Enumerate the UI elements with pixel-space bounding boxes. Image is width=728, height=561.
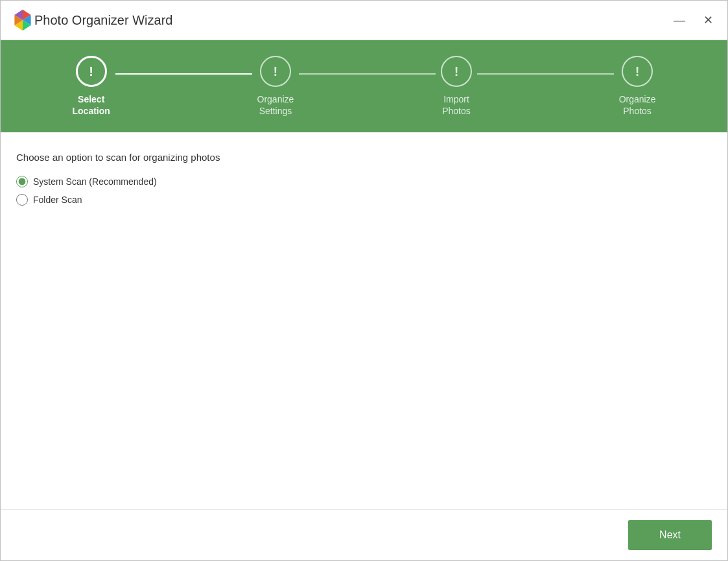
connector-3-4 — [477, 73, 614, 75]
next-button[interactable]: Next — [628, 520, 712, 550]
step-circle-4: ! — [622, 56, 653, 87]
close-button[interactable]: ✕ — [699, 13, 717, 27]
window-controls: — ✕ — [670, 13, 717, 27]
app-logo — [11, 8, 34, 32]
folder-scan-label: Folder Scan — [33, 195, 82, 205]
content-heading: Choose an option to scan for organizing … — [16, 152, 712, 163]
wizard-steps-bar: ! Select Location ! Organize Settings ! — [1, 40, 727, 132]
footer: Next — [1, 509, 727, 560]
window-title: Photo Organizer Wizard — [34, 13, 670, 28]
scan-options: System Scan (Recommended) Folder Scan — [16, 176, 712, 206]
step-circle-1: ! — [76, 56, 107, 87]
step-label-3: Import Photos — [442, 93, 471, 117]
title-bar: Photo Organizer Wizard — ✕ — [1, 1, 727, 40]
main-content: Choose an option to scan for organizing … — [1, 132, 727, 509]
folder-scan-radio[interactable] — [16, 194, 28, 206]
minimize-button[interactable]: — — [670, 13, 689, 27]
step-select-location: ! Select Location — [73, 56, 110, 117]
step-organize-settings: ! Organize Settings — [257, 56, 294, 117]
step-organize-photos: ! Organize Photos — [619, 56, 656, 117]
step-label-4: Organize Photos — [619, 93, 656, 117]
app-window: Photo Organizer Wizard — ✕ ! Select Loca… — [0, 0, 728, 561]
system-scan-radio[interactable] — [16, 176, 28, 187]
step-circle-3: ! — [441, 56, 472, 87]
steps-container: ! Select Location ! Organize Settings ! — [73, 56, 656, 117]
step-label-1: Select Location — [73, 93, 110, 117]
connector-2-3 — [299, 73, 436, 75]
step-label-2: Organize Settings — [257, 93, 294, 117]
system-scan-option[interactable]: System Scan (Recommended) — [16, 176, 712, 187]
step-circle-2: ! — [260, 56, 291, 87]
folder-scan-option[interactable]: Folder Scan — [16, 194, 712, 206]
step-import-photos: ! Import Photos — [441, 56, 472, 117]
connector-1-2 — [115, 73, 252, 75]
system-scan-label: System Scan (Recommended) — [33, 176, 157, 187]
